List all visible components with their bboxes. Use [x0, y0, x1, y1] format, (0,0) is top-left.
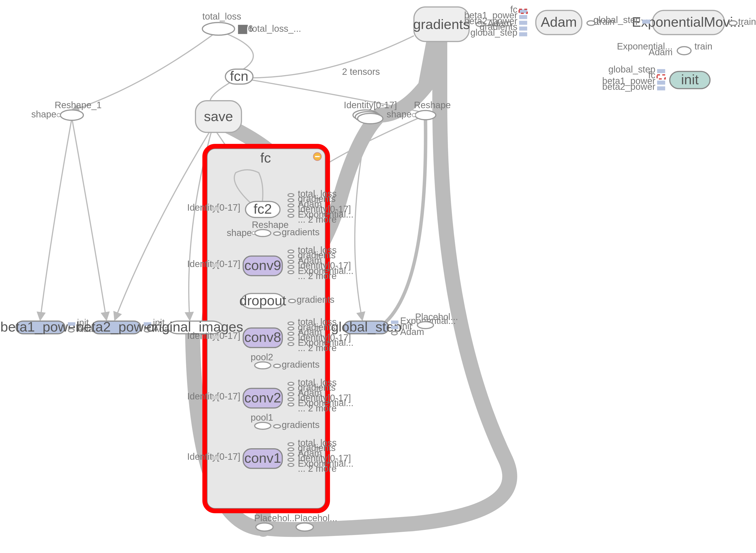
- svg-rect-79: [68, 322, 75, 326]
- svg-point-97: [392, 331, 397, 335]
- total-loss-summary-label: total_loss_...: [250, 23, 301, 33]
- fcn-label: fcn: [230, 68, 249, 84]
- reshape1-node[interactable]: Reshape_1 shape: [31, 100, 102, 120]
- svg-text:global_step: global_step: [470, 27, 517, 37]
- svg-text:pool2: pool2: [251, 352, 273, 362]
- gradients-label: gradients: [413, 17, 470, 32]
- svg-text:pool1: pool1: [251, 412, 273, 422]
- svg-text:shape: shape: [227, 228, 252, 238]
- svg-rect-48: [315, 156, 319, 157]
- svg-rect-14: [519, 21, 527, 25]
- beta1-node[interactable]: beta1_power: [0, 319, 80, 334]
- svg-text:beta1_power: beta1_power: [0, 319, 80, 334]
- svg-point-113: [288, 255, 294, 258]
- svg-point-46: [412, 113, 416, 117]
- svg-text:Placehol...: Placehol...: [254, 513, 297, 523]
- svg-text:shape: shape: [386, 109, 411, 119]
- svg-text:train: train: [694, 41, 713, 51]
- svg-point-131: [288, 448, 294, 451]
- conv2-node[interactable]: conv2: [243, 388, 282, 408]
- svg-point-44: [415, 110, 436, 120]
- svg-text:gradients: gradients: [282, 420, 319, 430]
- placehol-near-gs[interactable]: Placehol...: [415, 312, 458, 328]
- svg-text:beta2_power: beta2_power: [602, 81, 655, 92]
- svg-point-127: [288, 398, 294, 401]
- svg-point-61: [288, 299, 295, 303]
- svg-point-130: [288, 443, 294, 446]
- svg-rect-33: [657, 69, 665, 73]
- fc2-node[interactable]: fc2: [246, 201, 280, 218]
- svg-point-39: [57, 113, 60, 117]
- svg-point-118: [288, 322, 294, 325]
- adam-node[interactable]: Adam: [536, 10, 582, 34]
- gradients-node[interactable]: gradients: [413, 7, 470, 42]
- svg-point-116: [288, 271, 294, 273]
- init-inputs: global_step fc beta1_power beta2_power: [602, 64, 665, 92]
- save-node[interactable]: save: [196, 101, 242, 132]
- svg-text:global_step: global_step: [593, 15, 640, 25]
- svg-point-110: [288, 214, 294, 217]
- svg-point-124: [288, 382, 294, 385]
- svg-point-108: [288, 204, 294, 207]
- svg-point-22: [729, 21, 737, 25]
- svg-point-132: [288, 453, 294, 456]
- svg-rect-36: [657, 86, 665, 90]
- svg-text:gradients: gradients: [297, 295, 334, 305]
- svg-point-55: [274, 232, 280, 235]
- conv9-node[interactable]: conv9: [243, 256, 282, 275]
- svg-rect-34: [657, 75, 665, 79]
- total-loss-summary: 5/6 total_loss_...: [238, 23, 301, 34]
- svg-point-101: [256, 523, 273, 531]
- svg-rect-11: [519, 9, 527, 13]
- svg-text:gradients: gradients: [282, 360, 319, 370]
- conv8-node[interactable]: conv8: [243, 328, 282, 348]
- svg-text:shape: shape: [31, 109, 57, 119]
- svg-rect-123: [212, 396, 219, 399]
- svg-point-126: [288, 393, 294, 396]
- svg-rect-105: [212, 207, 219, 211]
- reshape1-label: Reshape_1: [55, 100, 101, 110]
- svg-point-125: [288, 388, 294, 390]
- svg-point-106: [288, 193, 294, 196]
- fcn-node[interactable]: fcn: [225, 68, 253, 84]
- init-label: init: [681, 72, 699, 87]
- conv1-node[interactable]: conv1: [243, 449, 282, 468]
- svg-point-103: [296, 523, 313, 531]
- svg-text:conv9: conv9: [244, 258, 281, 273]
- total-loss-node[interactable]: total_loss: [202, 11, 241, 35]
- svg-point-115: [288, 266, 294, 268]
- svg-point-54: [252, 232, 255, 234]
- svg-text:Placehol...: Placehol...: [294, 513, 337, 523]
- svg-text:conv2: conv2: [244, 390, 281, 405]
- out-conv9-5: ... 2 more: [298, 271, 337, 281]
- svg-point-128: [288, 403, 294, 406]
- init-node[interactable]: init: [670, 71, 710, 89]
- out-conv1-5: ... 2 more: [298, 463, 337, 474]
- svg-point-134: [288, 463, 294, 466]
- svg-point-133: [288, 458, 294, 461]
- svg-point-119: [288, 327, 294, 330]
- out-conv8-5: ... 2 more: [298, 343, 337, 353]
- edge-label-2tensors: 2 tensors: [342, 67, 380, 77]
- svg-point-43: [358, 113, 383, 124]
- svg-text:conv1: conv1: [244, 450, 281, 466]
- mini-merge[interactable]: Exponential... Adam train: [617, 41, 712, 57]
- reshape-label: Reshape: [414, 100, 451, 110]
- svg-point-37: [60, 110, 83, 121]
- svg-point-67: [274, 364, 280, 368]
- svg-point-0: [202, 22, 235, 35]
- svg-text:conv8: conv8: [244, 329, 281, 345]
- svg-text:beta2_power: beta2_power: [76, 319, 156, 334]
- out-fc2-5: ... 2 more: [298, 214, 337, 225]
- svg-text:fc2: fc2: [254, 201, 272, 217]
- total-loss-label: total_loss: [202, 11, 241, 21]
- svg-point-109: [288, 209, 294, 212]
- beta2-node[interactable]: beta2_power: [76, 319, 156, 334]
- svg-point-81: [68, 328, 74, 332]
- svg-point-99: [417, 322, 434, 328]
- svg-rect-15: [519, 26, 527, 30]
- svg-text:Adam: Adam: [649, 47, 672, 57]
- identity-label: Identity[0-17]: [344, 100, 397, 110]
- svg-rect-13: [519, 15, 527, 19]
- svg-rect-16: [519, 32, 527, 36]
